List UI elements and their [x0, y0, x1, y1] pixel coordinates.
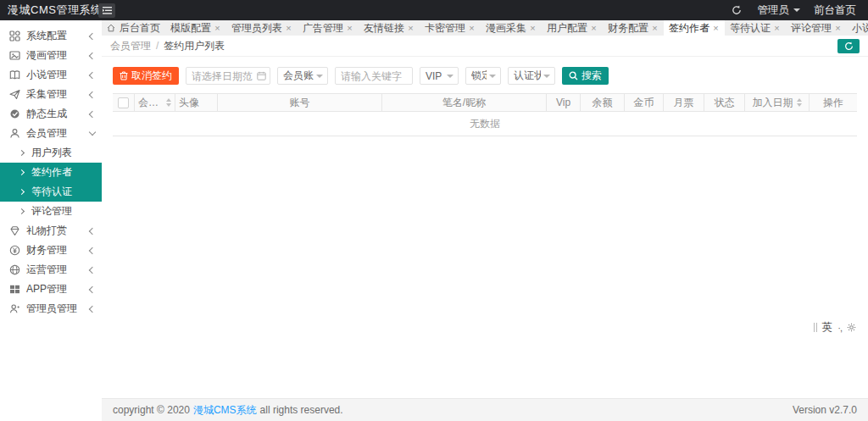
- header-member-id[interactable]: 会员ID: [135, 94, 175, 111]
- auth-status-select[interactable]: 认证状态: [508, 67, 555, 85]
- tab-user-config[interactable]: 用户配置 ×: [542, 20, 603, 36]
- tab-friend-links[interactable]: 友情链接 ×: [359, 20, 420, 36]
- sidebar-item-label: 采集管理: [26, 87, 90, 102]
- sidebar-toggle-button[interactable]: [98, 3, 115, 18]
- account-type-select[interactable]: 会员账号: [277, 67, 328, 85]
- chevron-left-icon: [89, 305, 96, 312]
- sidebar-item-app-management[interactable]: APP管理: [0, 280, 102, 299]
- sidebar-item-admin-management[interactable]: 管理员管理: [0, 299, 102, 319]
- header-vip: Vip: [547, 94, 581, 111]
- tab-admin-list[interactable]: 管理员列表 ×: [226, 20, 298, 36]
- header-label: Vip: [556, 97, 570, 108]
- sidebar-item-comment-management[interactable]: 评论管理: [0, 202, 102, 221]
- ime-drag-handle-icon[interactable]: [814, 323, 817, 332]
- close-icon[interactable]: ×: [773, 24, 781, 33]
- close-icon[interactable]: ×: [651, 24, 659, 33]
- topbar-refresh-button[interactable]: [727, 5, 746, 15]
- sidebar-item-novel-management[interactable]: 小说管理: [0, 65, 102, 85]
- close-icon[interactable]: ×: [285, 24, 292, 33]
- footer-brand-link[interactable]: 漫城CMS系统: [193, 403, 257, 418]
- close-icon[interactable]: ×: [834, 24, 842, 33]
- close-icon[interactable]: ×: [407, 24, 415, 33]
- keyword-input[interactable]: [335, 67, 413, 85]
- close-icon[interactable]: ×: [468, 24, 476, 33]
- lock-status-select[interactable]: 锁定: [465, 67, 501, 85]
- chevron-left-icon: [89, 91, 96, 97]
- account-type-value: 会员账号: [283, 69, 314, 83]
- breadcrumb-separator: /: [156, 40, 159, 52]
- tab-home[interactable]: 后台首页: [102, 20, 165, 36]
- date-range-input[interactable]: [186, 67, 270, 85]
- header-label: 余额: [593, 96, 613, 110]
- app-window: 漫城CMS管理系统 管理员 前台首页: [0, 0, 868, 421]
- sidebar-item-collect-management[interactable]: 采集管理: [0, 85, 102, 104]
- sidebar-item-user-list[interactable]: 用户列表: [0, 143, 102, 163]
- select-all-checkbox[interactable]: [118, 97, 129, 108]
- sort-icon[interactable]: [166, 98, 171, 107]
- header-label: 金币: [634, 96, 654, 110]
- send-icon: [8, 89, 20, 101]
- admin-user-label: 管理员: [758, 3, 790, 18]
- date-range-wrap: [186, 67, 270, 85]
- tab-template-config[interactable]: 模版配置 ×: [165, 20, 226, 36]
- header-label: 状态: [715, 96, 735, 110]
- admin-user-menu[interactable]: 管理员: [758, 3, 801, 18]
- cancel-contract-label: 取消签约: [131, 69, 172, 83]
- sidebar-item-static-generate[interactable]: 静态生成: [0, 104, 102, 124]
- tab-card-key-management[interactable]: 卡密管理 ×: [420, 20, 481, 36]
- app-title: 漫城CMS管理系统: [0, 3, 95, 18]
- chevron-left-icon: [89, 285, 96, 292]
- chevron-right-icon: [19, 169, 25, 175]
- sort-icon[interactable]: [797, 98, 802, 107]
- chevron-left-icon: [89, 247, 96, 253]
- header-label: 会员ID: [138, 96, 163, 110]
- chevron-right-icon: [19, 150, 25, 156]
- tab-novel-collect[interactable]: 小说采集 ×: [847, 20, 868, 36]
- sidebar-item-comic-management[interactable]: 漫画管理: [0, 46, 102, 65]
- sidebar-item-signed-author[interactable]: 签约作者: [0, 163, 102, 182]
- breadcrumb: 会员管理 / 签约用户列表: [102, 36, 868, 57]
- sidebar-item-member-management[interactable]: 会员管理: [0, 124, 102, 143]
- header-pen-name: 笔名/昵称: [382, 94, 547, 111]
- close-icon[interactable]: ×: [590, 24, 598, 33]
- sidebar-item-label: 静态生成: [26, 107, 90, 121]
- tab-comment-management[interactable]: 评论管理 ×: [786, 20, 847, 36]
- ime-toolbar: 英 ·,: [810, 319, 860, 336]
- close-icon[interactable]: ×: [346, 24, 353, 33]
- refresh-page-button[interactable]: [837, 39, 860, 53]
- cancel-contract-button[interactable]: 取消签约: [113, 67, 179, 85]
- vip-select[interactable]: VIP: [420, 67, 459, 85]
- header-label: 加入日期: [753, 96, 793, 110]
- close-icon[interactable]: ×: [712, 24, 720, 33]
- sidebar-item-gift-reward[interactable]: 礼物打赏: [0, 221, 102, 241]
- close-icon[interactable]: ×: [214, 24, 221, 33]
- header-label: 笔名/昵称: [442, 96, 486, 110]
- tab-finance-config[interactable]: 财务配置 ×: [603, 20, 664, 36]
- tab-pending-auth[interactable]: 等待认证 ×: [725, 20, 786, 36]
- tab-ad-management[interactable]: 广告管理 ×: [298, 20, 359, 36]
- empty-text: 无数据: [470, 117, 500, 131]
- tab-signed-author[interactable]: 签约作者 ×: [664, 20, 725, 36]
- windows-icon: [8, 284, 20, 296]
- comic-icon: [8, 50, 20, 62]
- header-join-date[interactable]: 加入日期: [745, 94, 810, 111]
- sidebar-item-operation-management[interactable]: 运营管理: [0, 260, 102, 280]
- close-icon[interactable]: ×: [529, 24, 537, 33]
- sidebar-item-finance-management[interactable]: 财务管理: [0, 241, 102, 260]
- sidebar-item-system-config[interactable]: 系统配置: [0, 26, 102, 46]
- grid-icon: [8, 30, 20, 42]
- chevron-down-icon: [793, 8, 800, 12]
- frontend-home-link[interactable]: 前台首页: [814, 3, 856, 18]
- search-button[interactable]: 搜索: [562, 67, 609, 85]
- header-label: 月票: [674, 96, 694, 110]
- header-checkbox-cell: [113, 94, 135, 111]
- ime-punctuation-toggle[interactable]: ·,: [837, 323, 842, 333]
- topbar: 漫城CMS管理系统 管理员 前台首页: [0, 0, 868, 20]
- chevron-down-icon: [89, 129, 96, 136]
- sidebar-item-pending-auth[interactable]: 等待认证: [0, 182, 102, 202]
- sidebar-subitem-label: 评论管理: [31, 204, 72, 219]
- gear-icon[interactable]: [847, 323, 856, 332]
- table-empty-state: 无数据: [113, 112, 857, 136]
- tab-comic-collect[interactable]: 漫画采集 ×: [481, 20, 542, 36]
- ime-language-toggle[interactable]: 英: [822, 320, 833, 335]
